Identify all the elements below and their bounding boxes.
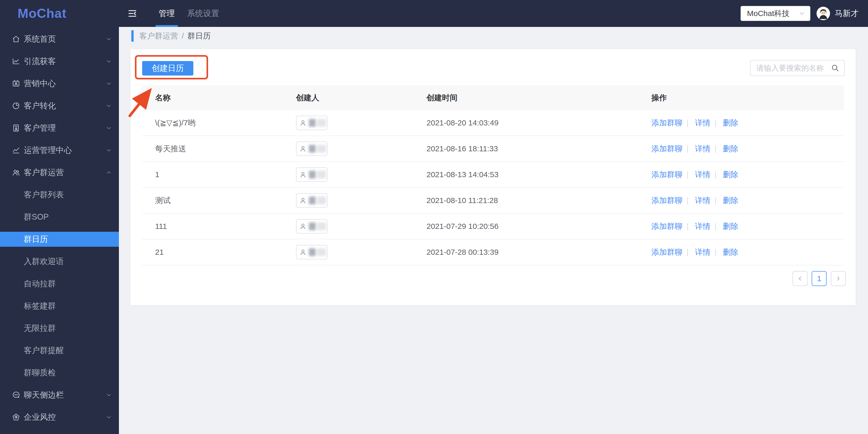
table-header: 名称 创建人 创建时间 操作	[142, 85, 844, 110]
censored-creator-name	[309, 197, 326, 204]
tab-manage[interactable]: 管理	[153, 0, 181, 27]
add-group-chat-link[interactable]: 添加群聊	[651, 170, 682, 179]
sidebar-item-系统首页[interactable]: 系统首页	[0, 32, 119, 47]
col-creator: 创建人	[296, 93, 427, 103]
breadcrumb-current: 群日历	[187, 31, 211, 41]
creator-tag	[296, 245, 328, 259]
tab-system-settings[interactable]: 系统设置	[181, 0, 225, 27]
creator-tag	[296, 193, 328, 208]
add-group-chat-link[interactable]: 添加群聊	[651, 118, 682, 127]
detail-link[interactable]: 详情	[695, 144, 710, 153]
sidebar-item-客户管理[interactable]: 客户管理	[0, 120, 119, 136]
sidebar-subitem-无限拉群[interactable]: 无限拉群	[0, 321, 119, 336]
chevron-right-icon	[835, 275, 842, 282]
table-row: 1 2021-08-13 14:04:53 添加群聊| 详情| 删除	[142, 162, 844, 188]
sidebar-subitem-客户群列表[interactable]: 客户群列表	[0, 187, 119, 202]
delete-link[interactable]: 删除	[723, 196, 738, 205]
sidebar-item-聊天侧边栏[interactable]: 聊天侧边栏	[0, 387, 119, 402]
delete-link[interactable]: 删除	[723, 222, 738, 230]
row-created-time: 2021-08-10 11:21:28	[427, 196, 651, 205]
app-root: MoChat 管理 系统设置 MoChat科技	[0, 0, 868, 434]
person-icon	[299, 171, 307, 178]
trend-icon	[12, 146, 21, 155]
col-name: 名称	[155, 93, 296, 103]
censored-creator-name	[309, 223, 326, 230]
user-avatar[interactable]	[816, 7, 830, 20]
sidebar-item-运营管理中心[interactable]: 运营管理中心	[0, 143, 119, 158]
row-created-time: 2021-07-29 10:20:56	[427, 222, 651, 231]
table-row: \(≧▽≦)/7哟 2021-08-20 14:03:49 添加群聊| 详情| …	[142, 110, 844, 136]
table-row: 测试 2021-08-10 11:21:28 添加群聊| 详情| 删除	[142, 188, 844, 214]
table-body: \(≧▽≦)/7哟 2021-08-20 14:03:49 添加群聊| 详情| …	[142, 110, 844, 265]
page-number-button[interactable]: 1	[812, 271, 827, 286]
search-input[interactable]	[756, 64, 831, 73]
censored-creator-name	[309, 248, 326, 256]
row-created-time: 2021-08-16 18:11:33	[427, 144, 651, 153]
col-actions: 操作	[651, 93, 844, 103]
add-group-chat-link[interactable]: 添加群聊	[651, 144, 682, 153]
sidebar: 系统首页引流获客营销中心客户转化客户管理运营管理中心客户群运营客户群列表群SOP…	[0, 27, 119, 434]
delete-link[interactable]: 删除	[723, 170, 738, 179]
detail-link[interactable]: 详情	[695, 248, 710, 256]
person-icon	[299, 119, 307, 127]
user-name[interactable]: 马新才	[835, 8, 859, 19]
pagination: 1	[793, 271, 846, 286]
company-select[interactable]: MoChat科技	[741, 6, 810, 21]
prev-page-button[interactable]	[793, 271, 807, 286]
sidebar-subitem-标签建群[interactable]: 标签建群	[0, 298, 119, 314]
row-name: 21	[155, 248, 296, 257]
company-select-value: MoChat科技	[747, 8, 798, 19]
breadcrumb-parent[interactable]: 客户群运营	[139, 31, 178, 41]
row-name: \(≧▽≦)/7哟	[155, 118, 296, 128]
next-page-button[interactable]	[831, 271, 846, 286]
sidebar-item-营销中心[interactable]: 营销中心	[0, 76, 119, 91]
chevron-down-icon	[105, 125, 112, 132]
detail-link[interactable]: 详情	[695, 222, 710, 230]
logo: MoChat	[0, 0, 119, 27]
sidebar-subitem-客户群提醒[interactable]: 客户群提醒	[0, 343, 119, 358]
person-icon	[299, 223, 307, 230]
creator-tag	[296, 219, 328, 234]
sidebar-subitem-入群欢迎语[interactable]: 入群欢迎语	[0, 254, 119, 269]
censored-creator-name	[309, 145, 326, 153]
sidebar-item-客户转化[interactable]: 客户转化	[0, 98, 119, 113]
search-icon[interactable]	[831, 64, 840, 73]
chevron-down-icon	[105, 103, 112, 109]
menu-fold-icon[interactable]	[127, 8, 138, 19]
delete-link[interactable]: 删除	[723, 248, 738, 256]
sidebar-subitem-自动拉群[interactable]: 自动拉群	[0, 276, 119, 291]
sidebar-subitem-群日历[interactable]: 群日历	[0, 232, 119, 247]
add-group-chat-link[interactable]: 添加群聊	[651, 248, 682, 256]
chart-line-icon	[12, 57, 21, 66]
delete-link[interactable]: 删除	[723, 144, 738, 153]
delete-link[interactable]: 删除	[723, 118, 738, 127]
add-group-chat-link[interactable]: 添加群聊	[651, 222, 682, 230]
creator-tag	[296, 142, 328, 156]
calendar-table: 名称 创建人 创建时间 操作 \(≧▽≦)/7哟 2021-08-20 14:0…	[142, 85, 844, 265]
add-group-chat-link[interactable]: 添加群聊	[651, 196, 682, 205]
row-name: 1	[155, 170, 296, 179]
detail-link[interactable]: 详情	[695, 118, 710, 127]
breadcrumb: 客户群运营 / 群日历	[119, 27, 868, 45]
row-actions: 添加群聊| 详情| 删除	[651, 247, 844, 258]
chevron-down-icon	[105, 80, 112, 87]
sidebar-subitem-群SOP[interactable]: 群SOP	[0, 209, 119, 225]
create-calendar-button[interactable]: 创建日历	[142, 61, 193, 76]
breadcrumb-separator: /	[182, 32, 184, 40]
detail-link[interactable]: 详情	[695, 170, 710, 179]
person-icon	[299, 248, 307, 256]
row-name: 111	[155, 222, 296, 231]
creator-tag	[296, 167, 328, 182]
row-actions: 添加群聊| 详情| 删除	[651, 221, 844, 232]
table-row: 111 2021-07-29 10:20:56 添加群聊| 详情| 删除	[142, 214, 844, 239]
sidebar-item-引流获客[interactable]: 引流获客	[0, 54, 119, 69]
sidebar-subitem-群聊质检[interactable]: 群聊质检	[0, 365, 119, 380]
chevron-down-icon	[105, 414, 112, 421]
breadcrumb-accent-bar	[131, 30, 134, 41]
sidebar-item-客户群运营[interactable]: 客户群运营	[0, 165, 119, 180]
sidebar-item-企业风控[interactable]: 企业风控	[0, 410, 119, 425]
detail-link[interactable]: 详情	[695, 196, 710, 205]
chat-sidebar-icon	[12, 390, 21, 399]
col-created-time: 创建时间	[427, 93, 651, 103]
table-row: 21 2021-07-28 00:13:39 添加群聊| 详情| 删除	[142, 239, 844, 265]
